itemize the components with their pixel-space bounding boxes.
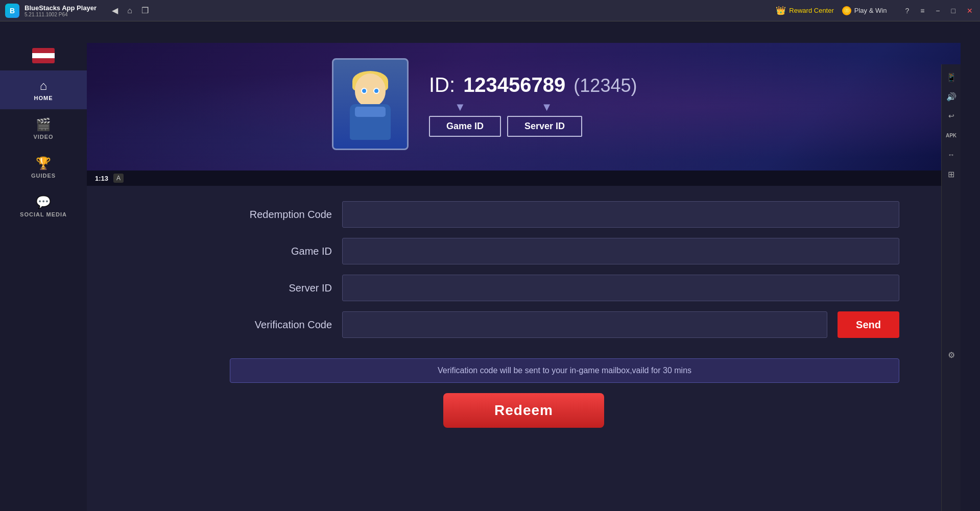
coin-icon: 🪙: [842, 6, 851, 15]
character-body: [350, 104, 391, 140]
home-label: HOME: [34, 95, 53, 101]
redeem-section: Redeem: [87, 393, 961, 428]
right-sidebar: 📱 🔊 ↩ APK ↔ ⊞ ⚙ ⋯: [941, 64, 961, 511]
id-label: ID:: [429, 74, 455, 96]
rs-rotate-icon[interactable]: ↩: [944, 108, 959, 124]
redemption-code-label: Redemption Code: [230, 209, 332, 221]
flag-button[interactable]: [32, 48, 55, 63]
app-version: 5.21.111.1002 P64: [25, 12, 97, 17]
left-sidebar: ⌂ HOME 🎬 VIDEO 🏆 GUIDES 💬 SOCIAL MEDIA: [0, 43, 87, 511]
minimize-icon[interactable]: −: [934, 6, 942, 16]
info-text: Verification code will be sent to your i…: [438, 366, 691, 375]
server-id-label: Server ID: [230, 282, 332, 294]
banner-arrows: ▼ ▼: [429, 101, 637, 114]
rs-resize-icon[interactable]: ↔: [944, 147, 959, 162]
server-id-input[interactable]: [342, 275, 899, 301]
character-eye-left: [361, 88, 367, 94]
content-area: ID: 123456789 (12345) ▼ ▼ Game ID Server…: [87, 43, 961, 511]
video-label: VIDEO: [33, 134, 53, 140]
back-icon[interactable]: ◀: [112, 6, 118, 15]
sidebar-item-video[interactable]: 🎬 VIDEO: [0, 109, 87, 148]
character-eye-right: [373, 88, 379, 94]
sidebar-item-guides[interactable]: 🏆 GUIDES: [0, 148, 87, 187]
server-id-arrow: ▼: [541, 101, 553, 114]
banner-id-section: ID: 123456789 (12345) ▼ ▼ Game ID Server…: [429, 74, 637, 137]
rs-display-icon[interactable]: 📱: [944, 69, 959, 85]
crown-icon: 👑: [776, 6, 786, 15]
form-section: Redemption Code Game ID Server ID Verifi…: [87, 186, 961, 353]
verification-code-input[interactable]: [342, 311, 827, 338]
screen-indicator: A: [113, 174, 124, 183]
timer-bar: 1:13 A: [87, 171, 961, 186]
social-media-label: SOCIAL MEDIA: [20, 211, 67, 217]
guides-icon: 🏆: [36, 156, 51, 171]
sidebar-item-social-media[interactable]: 💬 SOCIAL MEDIA: [0, 187, 87, 226]
server-id-button[interactable]: Server ID: [507, 116, 582, 137]
maximize-icon[interactable]: □: [949, 6, 958, 16]
game-id-row: Game ID: [230, 238, 899, 264]
social-media-icon: 💬: [36, 195, 51, 209]
rs-settings-icon[interactable]: ⚙: [944, 348, 959, 363]
character-portrait: [332, 58, 409, 150]
character-armor: [355, 107, 386, 117]
send-button[interactable]: Send: [838, 311, 899, 338]
bluestacks-logo: B: [5, 4, 19, 18]
game-id-label: Game ID: [230, 246, 332, 257]
close-icon[interactable]: ✕: [965, 6, 975, 16]
reward-center-label: Reward Center: [789, 7, 833, 14]
title-bar: B BlueStacks App Player 5.21.111.1002 P6…: [0, 0, 980, 21]
window-controls: ? ≡ − □ ✕: [903, 6, 975, 16]
play-win-label: Play & Win: [854, 7, 887, 14]
nav-icons: ◀ ⌂ ❒: [112, 6, 149, 15]
timer-value: 1:13: [95, 175, 108, 182]
game-id-button[interactable]: Game ID: [429, 116, 501, 137]
reward-center-button[interactable]: 👑 Reward Center: [776, 6, 833, 15]
play-win-button[interactable]: 🪙 Play & Win: [842, 6, 887, 15]
home-icon: ⌂: [40, 79, 47, 93]
redemption-code-row: Redemption Code: [230, 201, 899, 228]
verification-code-label: Verification Code: [230, 319, 332, 331]
banner-buttons: Game ID Server ID: [429, 116, 637, 137]
video-icon: 🎬: [36, 117, 51, 132]
menu-icon[interactable]: ≡: [918, 6, 926, 16]
info-banner: Verification code will be sent to your i…: [230, 358, 899, 383]
app-name: BlueStacks App Player: [25, 4, 97, 12]
title-bar-right: 👑 Reward Center 🪙 Play & Win ? ≡ − □ ✕: [776, 6, 975, 16]
redeem-button[interactable]: Redeem: [443, 393, 604, 428]
server-number: (12345): [573, 75, 637, 96]
character-face: [355, 74, 386, 107]
app-title: BlueStacks App Player 5.21.111.1002 P64: [25, 4, 97, 17]
server-id-row: Server ID: [230, 275, 899, 301]
character-inner: [340, 68, 401, 140]
rs-grid-icon[interactable]: ⊞: [944, 166, 959, 182]
verification-code-row: Verification Code Send: [230, 311, 899, 338]
tabs-icon[interactable]: ❒: [141, 6, 149, 15]
help-icon[interactable]: ?: [903, 6, 911, 16]
game-id-input[interactable]: [342, 238, 899, 264]
game-id-arrow: ▼: [455, 101, 466, 114]
header-banner: ID: 123456789 (12345) ▼ ▼ Game ID Server…: [87, 43, 961, 171]
rs-apk-icon[interactable]: APK: [944, 128, 959, 143]
main-layout: ⌂ HOME 🎬 VIDEO 🏆 GUIDES 💬 SOCIAL MEDIA: [0, 43, 961, 511]
rs-sound-icon[interactable]: 🔊: [944, 89, 959, 104]
id-number: 123456789: [463, 74, 565, 96]
home-nav-icon[interactable]: ⌂: [127, 6, 132, 15]
guides-label: GUIDES: [31, 173, 56, 179]
redemption-code-input[interactable]: [342, 201, 899, 228]
title-bar-left: B BlueStacks App Player 5.21.111.1002 P6…: [5, 4, 149, 18]
sidebar-item-home[interactable]: ⌂ HOME: [0, 70, 87, 109]
character-eyes: [361, 88, 379, 94]
